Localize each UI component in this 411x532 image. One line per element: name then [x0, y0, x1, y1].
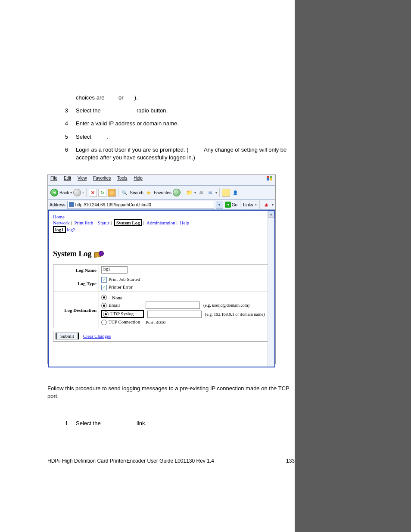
- step-3: 3 Select the radio button.: [47, 107, 295, 115]
- back-button[interactable]: ◄: [50, 189, 58, 196]
- folder-icon[interactable]: 📁: [185, 189, 193, 196]
- search-label[interactable]: Search: [130, 190, 143, 195]
- continuation-line: choices are or ). 3 Select the radio but…: [47, 94, 295, 162]
- text: or: [118, 94, 124, 101]
- windows-flag-icon: [267, 176, 274, 182]
- refresh-button[interactable]: ↻: [98, 189, 106, 197]
- nav-links: Home Network| Print Path| Status| System…: [53, 214, 270, 233]
- email-input[interactable]: [146, 302, 200, 309]
- search-icon[interactable]: 🔍: [121, 189, 128, 196]
- print-icon[interactable]: 🖶: [197, 189, 205, 196]
- text: radio button.: [137, 107, 168, 114]
- url-text: http://10.244.69.139/logpathConf.htm#0: [75, 202, 151, 207]
- link-log1-highlighted[interactable]: log1: [53, 226, 66, 233]
- text: Enter a valid IP address or domain name.: [76, 120, 295, 128]
- address-label: Address: [50, 202, 65, 207]
- links-label[interactable]: Links: [243, 202, 253, 207]
- link-admin[interactable]: Administration: [146, 220, 175, 225]
- page-icon: [69, 202, 74, 207]
- text: choices are: [76, 94, 104, 101]
- snagit-icon[interactable]: ◉: [262, 201, 270, 208]
- step-6: 6 Login as a root User if you are so pro…: [47, 146, 295, 162]
- messenger-icon[interactable]: 👤: [231, 189, 239, 196]
- text: Select the: [76, 420, 101, 426]
- port-text: Port: 4010: [146, 320, 165, 325]
- home-button[interactable]: [108, 189, 116, 197]
- step-4: 4 Enter a valid IP address or domain nam…: [47, 120, 295, 128]
- logname-label: Log Name: [53, 265, 99, 275]
- step-5: 5 Select .: [47, 133, 295, 141]
- address-field[interactable]: http://10.244.69.139/logpathConf.htm#0: [67, 201, 214, 209]
- link-systemlog-highlighted[interactable]: System Log: [114, 219, 142, 226]
- radio-none[interactable]: [101, 295, 107, 300]
- step-number: 4: [47, 120, 76, 128]
- browser-screenshot: File Edit View Favorites Tools Help ◄ Ba…: [47, 174, 276, 364]
- address-dropdown[interactable]: ▾: [216, 201, 223, 209]
- text: .: [107, 134, 109, 140]
- step-number: 5: [47, 133, 76, 141]
- radio-tcp[interactable]: [101, 320, 107, 325]
- text: link.: [137, 420, 146, 426]
- link-printpath[interactable]: Print Path: [74, 220, 93, 225]
- footer: HDPii High Definition Card Printer/Encod…: [47, 458, 295, 464]
- menu-tools[interactable]: Tools: [117, 176, 127, 180]
- menu-favorites[interactable]: Favorites: [93, 176, 111, 180]
- page-content: ▴ Home Network| Print Path| Status| Syst…: [48, 210, 275, 367]
- address-bar: Address http://10.244.69.139/logpathConf…: [48, 200, 275, 210]
- menu-bar: File Edit View Favorites Tools Help: [48, 175, 275, 186]
- page-heading: System Log: [53, 249, 270, 258]
- go-button[interactable]: ➔Go: [225, 202, 237, 208]
- chk-printer-error[interactable]: [101, 285, 107, 290]
- scrollbar[interactable]: ▴: [268, 211, 274, 367]
- link-home[interactable]: Home: [53, 214, 65, 219]
- forward-button[interactable]: [73, 189, 81, 196]
- step-num: 1: [47, 420, 76, 427]
- favorites-icon[interactable]: ★: [145, 189, 153, 196]
- toolbar: ◄ Back ▾ ▾ ✕ ↻ 🔍 Search ★ Favorites 📁▾ 🖶…: [48, 186, 275, 200]
- radio-email[interactable]: [101, 303, 107, 308]
- link-help[interactable]: Help: [180, 220, 189, 225]
- link-network[interactable]: Network: [53, 220, 70, 225]
- footer-page: 133: [286, 458, 295, 464]
- submit-highlighted[interactable]: Submit: [56, 333, 79, 339]
- step-number: 3: [47, 107, 76, 115]
- logdest-label: Log Destination: [53, 292, 99, 328]
- section-paragraph: Follow this procedure to send logging me…: [47, 385, 295, 400]
- button-bar: Submit Clear Changes: [53, 331, 270, 342]
- back-label[interactable]: Back: [59, 190, 69, 195]
- menu-file[interactable]: File: [50, 176, 57, 180]
- history-icon[interactable]: [173, 189, 181, 196]
- text: Select: [76, 134, 91, 140]
- text: Select the: [76, 107, 101, 114]
- step-number: 6: [47, 146, 76, 162]
- step-1-row: 1 Select the link.: [47, 420, 295, 427]
- mail-icon[interactable]: ✉: [206, 189, 214, 196]
- link-status[interactable]: Status: [98, 220, 109, 225]
- edit-icon[interactable]: [222, 189, 230, 197]
- favorites-label[interactable]: Favorites: [154, 190, 171, 195]
- email-hint: (e.g. userid@domain.com): [203, 303, 249, 308]
- side-panel: [295, 0, 411, 532]
- book-icon: [94, 250, 103, 258]
- config-table: Log Name log1 Log Type Print Job Started…: [53, 264, 270, 328]
- clear-changes-link[interactable]: Clear Changes: [83, 333, 111, 339]
- udp-hint: (e.g. 192.168.0.1 or domain name): [205, 312, 265, 317]
- menu-edit[interactable]: Edit: [64, 176, 71, 180]
- text: ).: [134, 94, 138, 101]
- menu-view[interactable]: View: [78, 176, 87, 180]
- footer-doc: HDPii High Definition Card Printer/Encod…: [47, 458, 214, 464]
- text: Login as a root User if you are so promp…: [76, 146, 189, 153]
- menu-help[interactable]: Help: [134, 176, 143, 180]
- logname-input[interactable]: log1: [101, 266, 128, 274]
- link-log2[interactable]: log2: [67, 227, 75, 232]
- udp-input[interactable]: [147, 311, 202, 318]
- radio-udp-highlighted[interactable]: UDP Syslog: [101, 310, 144, 318]
- chk-print-job-started[interactable]: [101, 277, 107, 283]
- stop-button[interactable]: ✕: [89, 189, 97, 197]
- logtype-label: Log Type: [53, 275, 99, 292]
